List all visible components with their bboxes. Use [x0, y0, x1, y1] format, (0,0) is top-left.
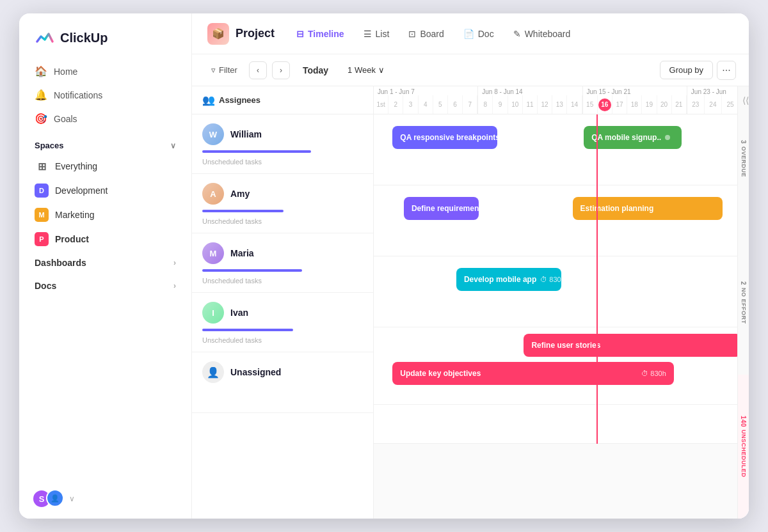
sidebar-item-goals[interactable]: 🎯 Goals: [27, 107, 184, 130]
doc-tab-icon: 📄: [463, 29, 474, 39]
calendar-grid: Jun 1 - Jun 7 1st 2 3 4 5 6 7 Jun 8 - Ju…: [374, 86, 749, 519]
maria-bar: [202, 269, 302, 272]
home-icon: 🏠: [35, 65, 47, 77]
week-jun1: Jun 1 - Jun 7 1st 2 3 4 5 6 7: [374, 86, 478, 114]
board-tab-label: Board: [420, 29, 444, 39]
everything-label: Everything: [55, 161, 97, 171]
assignee-info-maria: M Maria: [192, 233, 373, 268]
week-selector[interactable]: 1 Week ∨: [341, 62, 391, 78]
spaces-list: ⊞ Everything D Development M Marketing P…: [19, 154, 191, 251]
page-title: Project: [236, 27, 275, 40]
user-dropdown-arrow: ∨: [69, 494, 75, 503]
sidebar-item-notifications[interactable]: 🔔 Notifications: [27, 83, 184, 107]
task-estimation-planning-label: Estimation planning: [580, 204, 654, 213]
overdue-count: 3: [740, 140, 747, 144]
no-effort-label: No effort: [740, 288, 747, 324]
today-line: [596, 114, 598, 444]
day-2: 2: [388, 95, 403, 114]
sidebar-item-home[interactable]: 🏠 Home: [27, 59, 184, 83]
william-name: William: [230, 129, 262, 139]
spaces-section: Spaces ∨: [19, 130, 191, 154]
task-refine-user-stories-label: Refine user stories: [531, 341, 600, 350]
task-develop-mobile[interactable]: Develop mobile app ⏱830h: [456, 268, 561, 291]
week-jun1-label: Jun 1 - Jun 7: [374, 86, 477, 95]
sidebar-item-development[interactable]: D Development: [27, 178, 184, 203]
week-jun15-label: Jun 15 - Jun 21: [583, 86, 687, 95]
task-develop-mobile-time: ⏱830h: [540, 276, 561, 283]
logo-area: ClickUp: [19, 13, 191, 59]
day-7: 7: [463, 95, 477, 114]
board-tab-icon: ⊡: [408, 29, 416, 39]
day-20: 20: [657, 95, 672, 114]
collapse-button[interactable]: ⟨⟨: [742, 86, 749, 114]
amy-row-inner: Define requirements Estimation planning: [374, 185, 749, 256]
task-estimation-planning[interactable]: Estimation planning: [573, 197, 723, 220]
week-jun23-label: Jun 23 - Jun: [687, 86, 739, 95]
tab-whiteboard[interactable]: ✎ Whiteboard: [504, 25, 580, 43]
amy-bar: [202, 210, 284, 212]
next-arrow[interactable]: ›: [272, 61, 290, 79]
prev-arrow[interactable]: ‹: [249, 61, 267, 79]
today-button[interactable]: Today: [295, 62, 336, 79]
sidebar-nav: 🏠 Home 🔔 Notifications 🎯 Goals: [19, 59, 191, 130]
filter-button[interactable]: ▿ Filter: [205, 62, 244, 78]
toolbar-right: Group by ···: [660, 61, 736, 80]
right-side-labels: 3 Overdue 2 No effort 140 Unscheduled: [737, 86, 749, 519]
goals-icon: 🎯: [35, 113, 47, 125]
notifications-label: Notifications: [54, 90, 102, 100]
timeline-row-maria: Develop mobile app ⏱830h: [374, 256, 749, 327]
task-develop-mobile-label: Develop mobile app: [464, 275, 536, 284]
task-qa-mobile[interactable]: QA mobile signup..: [584, 126, 681, 149]
assignee-info-amy: A Amy: [192, 174, 373, 208]
filter-label: Filter: [219, 65, 237, 75]
more-options-button[interactable]: ···: [717, 61, 736, 80]
day-4: 4: [419, 95, 433, 114]
side-label-no-effort: 2 No effort: [738, 230, 749, 374]
docs-label: Docs: [35, 281, 56, 291]
filter-icon: ▿: [211, 65, 216, 75]
day-21: 21: [672, 95, 687, 114]
assignee-info-ivan: I Ivan: [192, 293, 373, 327]
ivan-unscheduled: Unscheduled tasks: [192, 335, 373, 352]
day-1: 1st: [374, 95, 388, 114]
tab-timeline[interactable]: ⊟ Timeline: [287, 25, 353, 43]
task-refine-user-stories[interactable]: Refine user stories: [524, 334, 741, 357]
task-update-key-objectives[interactable]: Update key objectives ⏱830h: [392, 362, 674, 385]
sidebar-item-product[interactable]: P Product: [27, 227, 184, 251]
group-by-button[interactable]: Group by: [660, 61, 713, 79]
overdue-label: Overdue: [740, 146, 747, 177]
task-update-key-objectives-label: Update key objectives: [400, 369, 481, 378]
spaces-chevron[interactable]: ∨: [170, 141, 176, 150]
amy-name: Amy: [230, 189, 250, 199]
ivan-row-inner: Refine user stories Update key objective…: [374, 327, 749, 404]
week-jun8: Jun 8 - Jun 14 8 9 10 11 12 13 14: [478, 86, 582, 114]
day-24: 24: [705, 95, 722, 114]
marketing-icon: M: [35, 208, 49, 222]
task-define-requirements[interactable]: Define requirements: [404, 197, 479, 220]
avatar-user: 👤: [46, 489, 64, 507]
william-bar: [202, 150, 311, 153]
sidebar-item-marketing[interactable]: M Marketing: [27, 203, 184, 227]
sidebar-docs[interactable]: Docs ›: [19, 274, 191, 297]
sidebar: ClickUp 🏠 Home 🔔 Notifications 🎯 Goals S…: [19, 13, 192, 519]
tab-list[interactable]: ☰ List: [355, 25, 399, 43]
avatar-maria: M: [202, 242, 224, 264]
assignees-panel: 👥 Assignees W William Unscheduled tasks …: [192, 86, 374, 519]
day-12: 12: [538, 95, 552, 114]
user-profile[interactable]: S 👤 ∨: [19, 479, 191, 519]
sidebar-item-everything[interactable]: ⊞ Everything: [27, 154, 184, 178]
assignee-row-william: W William Unscheduled tasks: [192, 114, 373, 174]
week-jun15-days: 15 16 17 18 19 20 21: [583, 95, 687, 114]
ivan-name: Ivan: [230, 308, 248, 318]
assignee-row-maria: M Maria Unscheduled tasks: [192, 233, 373, 293]
task-qa-responsive[interactable]: QA responsive breakpoints ⏱830h: [392, 126, 497, 149]
product-icon: P: [35, 232, 49, 246]
tab-board[interactable]: ⊡ Board: [399, 25, 452, 43]
task-qa-mobile-label: QA mobile signup..: [591, 133, 661, 142]
tab-doc[interactable]: 📄 Doc: [454, 25, 503, 43]
day-11: 11: [523, 95, 538, 114]
goals-label: Goals: [54, 114, 77, 124]
week-jun23-days: 23 24 25: [687, 95, 739, 114]
sidebar-dashboards[interactable]: Dashboards ›: [19, 251, 191, 274]
bell-icon: 🔔: [35, 89, 47, 101]
